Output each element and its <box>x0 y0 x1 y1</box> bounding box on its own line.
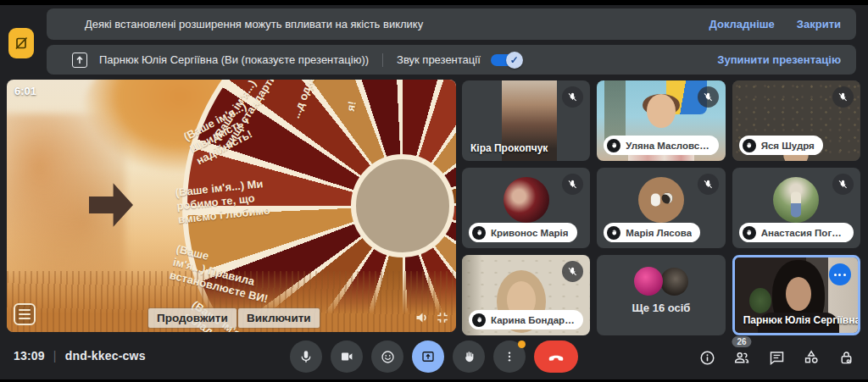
activities-icon[interactable] <box>801 347 821 368</box>
wheel-hub <box>351 154 454 257</box>
participant-name: Карина Бондаренко <box>491 315 575 325</box>
avatar-figure <box>651 194 660 207</box>
more-options-button[interactable] <box>493 340 526 373</box>
call-toolbar: 13:09 | dnd-kkec-cws <box>0 335 868 379</box>
mic-muted-icon <box>832 86 854 108</box>
avatar <box>504 177 549 223</box>
name-pill: Кривонос Марія <box>469 223 577 242</box>
self-tile-active[interactable]: Парнюк Юлія Сергіївна <box>732 255 860 335</box>
name-pill: Анастасия Погрибат... <box>739 223 854 242</box>
participant-name: Марія Лясова <box>626 228 692 238</box>
window-frame-art <box>604 80 625 143</box>
raised-hand-icon <box>472 226 486 240</box>
extension-warning-text: Деякі встановлені розширення можуть впли… <box>85 18 423 30</box>
call-controls <box>290 340 578 373</box>
participant-tile[interactable]: Кіра Прокопчук <box>462 80 590 161</box>
divider <box>382 53 383 67</box>
clock-time: 13:09 <box>14 349 45 363</box>
crossed-page-glyph <box>14 36 29 51</box>
raised-hand-icon <box>472 313 486 327</box>
present-box-icon <box>72 53 87 68</box>
mic-muted-icon <box>698 174 719 195</box>
person-art <box>786 277 811 311</box>
people-icon[interactable]: 26 <box>732 347 752 368</box>
mic-button[interactable] <box>290 340 322 373</box>
overflow-count-label: Ще 16 осіб <box>597 302 725 314</box>
participant-tile[interactable]: Карина Бондаренко <box>462 255 590 335</box>
mic-muted-icon <box>562 174 583 195</box>
person-art <box>647 94 676 128</box>
window-top-edge <box>0 0 868 5</box>
participant-name: Яся Шудря <box>761 141 815 151</box>
presenter-name: Парнюк Юлія Сергіївна (Ви (показуєте пре… <box>99 53 369 66</box>
participant-tile[interactable]: Яся Шудря <box>732 80 860 161</box>
name-pill: Яся Шудря <box>739 136 823 155</box>
raised-hand-icon <box>607 139 620 152</box>
name-pill: Уляна Масловська <box>604 136 718 155</box>
mic-muted-icon <box>698 86 719 108</box>
participant-name: Парнюк Юлія Сергіївна <box>743 314 860 326</box>
raised-hand-icon <box>743 226 756 240</box>
participant-tile[interactable]: Кривонос Марія <box>462 168 590 248</box>
tile-more-options-button[interactable] <box>829 263 851 285</box>
participant-grid: Кіра Прокопчук Уляна Масловська <box>462 80 860 335</box>
overflow-tile[interactable]: Ще 16 осіб <box>597 255 725 335</box>
avatar-figure <box>662 193 673 204</box>
exclude-button[interactable]: Виключити <box>238 308 320 328</box>
plant-art <box>749 288 771 313</box>
presentation-timer: 6:01 <box>14 85 36 97</box>
participant-tile[interactable]: Марія Лясова <box>597 168 725 248</box>
host-controls-icon[interactable] <box>836 347 856 368</box>
name-pill: Марія Лясова <box>604 223 700 242</box>
close-banner-link[interactable]: Закрити <box>797 18 841 30</box>
participant-name: Анастасия Погрибат... <box>761 228 845 238</box>
stacked-avatars <box>634 267 688 297</box>
participant-name: Кіра Прокопчук <box>470 142 548 154</box>
extension-warning-banner: Деякі встановлені розширення можуть впли… <box>47 8 856 40</box>
fullscreen-exit-icon[interactable] <box>434 309 451 326</box>
meet-window: Деякі встановлені розширення можуть впли… <box>0 0 868 382</box>
participant-tile[interactable]: Анастасия Погрибат... <box>732 168 860 248</box>
raised-hand-icon <box>607 226 620 240</box>
toggle-check-icon: ✓ <box>506 52 523 69</box>
mic-muted-icon <box>562 86 583 108</box>
participant-tile[interactable]: Уляна Масловська <box>597 80 725 161</box>
raised-hand-icon <box>743 139 756 152</box>
end-call-button[interactable] <box>534 340 578 373</box>
participant-name: Кривонос Марія <box>491 228 569 238</box>
menu-icon[interactable] <box>14 303 36 325</box>
camera-button[interactable] <box>331 340 363 373</box>
meeting-info: 13:09 | dnd-kkec-cws <box>14 349 146 363</box>
name-pill: Карина Бондаренко <box>469 310 583 329</box>
continue-button[interactable]: Продовжити <box>148 308 236 328</box>
notification-dot <box>518 340 526 348</box>
chat-icon[interactable] <box>766 347 787 368</box>
presentation-sound-label: Звук презентації <box>397 53 481 66</box>
details-link[interactable]: Докладніше <box>709 18 775 30</box>
participant-count-badge: 26 <box>732 336 751 347</box>
avatar-figure <box>791 191 801 217</box>
panel-icons: 26 <box>697 347 856 368</box>
wheel-segment-label: я! <box>344 100 359 112</box>
participant-name: Уляна Масловська <box>626 141 709 151</box>
divider: | <box>53 349 57 363</box>
volume-icon[interactable] <box>414 309 431 326</box>
info-icon[interactable] <box>697 347 717 368</box>
presentation-sound-toggle[interactable]: ✓ <box>491 54 520 66</box>
shared-presentation-tile[interactable]: (Ваше ім'я...) вищі стандарти! (Ваше ім'… <box>7 80 456 332</box>
extension-blocked-icon[interactable] <box>8 28 34 58</box>
stop-presentation-link[interactable]: Зупинити презентацію <box>717 53 841 66</box>
mic-muted-icon <box>832 174 854 195</box>
raise-hand-button[interactable] <box>453 340 485 373</box>
meeting-code: dnd-kkec-cws <box>65 349 146 363</box>
presentation-banner: Парнюк Юлія Сергіївна (Ви (показуєте пре… <box>47 45 856 75</box>
reactions-button[interactable] <box>371 340 403 373</box>
present-screen-button[interactable] <box>412 340 444 373</box>
